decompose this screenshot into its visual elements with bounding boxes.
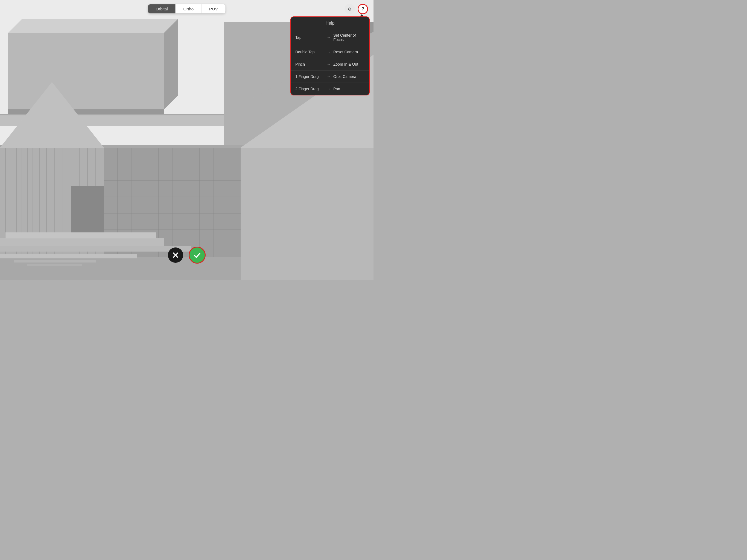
svg-rect-48 <box>14 260 96 262</box>
svg-rect-51 <box>5 232 156 238</box>
help-arrow-2: → <box>327 62 331 67</box>
help-row-1finger: 1 Finger Drag → Orbit Camera <box>291 71 369 83</box>
help-action-tap: Tap <box>295 35 324 40</box>
help-result-tap: Set Center of Focus <box>333 33 365 42</box>
help-panel: Help Tap → Set Center of Focus Double Ta… <box>290 17 370 96</box>
svg-rect-49 <box>27 264 82 266</box>
help-result-double-tap: Reset Camera <box>333 50 358 54</box>
svg-marker-4 <box>164 19 178 109</box>
svg-rect-50 <box>0 238 164 246</box>
gear-icon: ⚙ <box>348 6 352 12</box>
view-mode-toolbar: Orbital Ortho POV <box>148 4 225 14</box>
question-icon: ? <box>361 6 364 11</box>
help-result-1finger: Orbit Camera <box>333 74 356 79</box>
svg-marker-44 <box>241 148 374 280</box>
help-action-2finger: 2 Finger Drag <box>295 87 324 91</box>
help-arrow-1: → <box>327 50 331 54</box>
cancel-icon <box>172 251 179 259</box>
help-arrow-3: → <box>327 74 331 79</box>
svg-rect-47 <box>0 254 137 258</box>
confirm-button[interactable] <box>189 247 206 263</box>
help-result-2finger: Pan <box>333 87 340 91</box>
help-button[interactable]: ? <box>358 4 368 14</box>
help-title: Help <box>291 17 369 29</box>
help-row-2finger: 2 Finger Drag → Pan <box>291 83 369 95</box>
bottom-action-buttons <box>168 247 206 263</box>
help-arrow-0: → <box>327 35 331 40</box>
settings-button[interactable]: ⚙ <box>344 4 355 14</box>
help-result-pinch: Zoom In & Out <box>333 62 358 67</box>
svg-rect-46 <box>0 246 191 252</box>
top-right-controls: ⚙ ? <box>344 4 368 14</box>
help-action-pinch: Pinch <box>295 62 324 67</box>
help-row-tap: Tap → Set Center of Focus <box>291 29 369 46</box>
help-row-double-tap: Double Tap → Reset Camera <box>291 46 369 58</box>
svg-marker-3 <box>8 19 178 33</box>
svg-marker-2 <box>8 33 164 109</box>
help-action-1finger: 1 Finger Drag <box>295 74 324 79</box>
help-arrow-4: → <box>327 87 331 91</box>
help-row-pinch: Pinch → Zoom In & Out <box>291 58 369 71</box>
confirm-icon <box>193 251 202 259</box>
help-action-double-tap: Double Tap <box>295 50 324 54</box>
ortho-button[interactable]: Ortho <box>176 4 202 14</box>
cancel-button[interactable] <box>168 248 183 263</box>
pov-button[interactable]: POV <box>202 4 226 14</box>
orbital-button[interactable]: Orbital <box>148 4 176 14</box>
